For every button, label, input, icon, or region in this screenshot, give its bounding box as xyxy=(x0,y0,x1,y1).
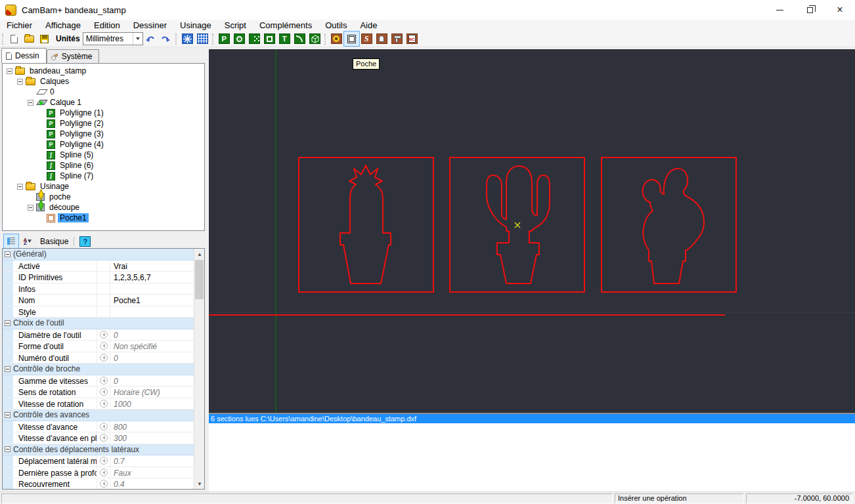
draw-arc-button[interactable] xyxy=(292,32,307,46)
scroll-down-icon[interactable]: ▼ xyxy=(194,478,205,489)
tree-item-polyligne-3-[interactable]: PPolyligne (3) xyxy=(3,129,204,139)
mach-contour-button[interactable] xyxy=(329,32,344,46)
collapse-icon[interactable] xyxy=(28,205,33,211)
draw-rectangle-button[interactable] xyxy=(262,32,277,46)
mach-engrave-button[interactable]: S xyxy=(359,32,374,46)
property-category[interactable]: Choix de l'outil xyxy=(3,318,194,329)
tree-item-calque-1[interactable]: Calque 1 xyxy=(3,97,204,108)
tree-item-spline-5-[interactable]: ∫Spline (5) xyxy=(3,150,204,160)
menu-dessiner[interactable]: Dessiner xyxy=(127,20,173,31)
inherit-value-icon[interactable] xyxy=(100,388,108,396)
inherit-value-icon[interactable] xyxy=(100,354,108,362)
property-row[interactable]: Infos xyxy=(3,284,194,295)
tree-item-spline-6-[interactable]: ∫Spline (6) xyxy=(3,160,204,171)
property-row[interactable]: ActivéVrai xyxy=(3,261,194,272)
units-combobox[interactable]: Millimètres xyxy=(83,32,143,45)
property-value[interactable]: 300 xyxy=(110,432,194,444)
inherit-value-icon[interactable] xyxy=(100,400,108,408)
tree-item-usinage[interactable]: Usinage xyxy=(3,181,204,192)
restore-button[interactable] xyxy=(795,0,825,20)
collapse-icon[interactable] xyxy=(5,412,11,418)
collapse-icon[interactable] xyxy=(5,446,11,452)
property-category[interactable]: Contrôle de broche xyxy=(3,364,194,375)
property-category[interactable]: (Général) xyxy=(3,249,194,261)
menu-fichier[interactable]: Fichier xyxy=(0,20,39,31)
property-row[interactable]: Style xyxy=(3,306,194,318)
log-selected-line[interactable]: 6 sections lues C:\Users\amandine\Deskto… xyxy=(209,414,855,423)
property-row[interactable]: Numéro d'outil0 xyxy=(3,352,194,364)
collapse-icon[interactable] xyxy=(5,251,11,257)
scroll-up-icon[interactable]: ▲ xyxy=(194,249,205,259)
new-file-button[interactable] xyxy=(7,32,22,46)
categorized-view-button[interactable] xyxy=(4,234,18,248)
property-row[interactable]: Recouvrement0.4 xyxy=(3,478,194,490)
tree-item-bandeau-stamp[interactable]: bandeau_stamp xyxy=(3,66,204,76)
open-file-button[interactable] xyxy=(22,32,37,46)
property-value[interactable]: Vrai xyxy=(110,261,194,272)
tree-item-calques[interactable]: Calques xyxy=(3,76,204,87)
mach-pocket-button[interactable] xyxy=(344,32,359,46)
property-row[interactable]: Dernière passe à profondeFaux xyxy=(3,467,194,479)
menu-complements[interactable]: Compléments xyxy=(253,20,318,31)
property-category[interactable]: Contrôle des déplacements latéraux xyxy=(3,444,194,456)
property-row[interactable]: Forme d'outilNon spécifié xyxy=(3,341,194,352)
inherit-value-icon[interactable] xyxy=(100,331,108,339)
collapse-icon[interactable] xyxy=(17,184,23,190)
collapse-icon[interactable] xyxy=(7,68,12,74)
property-row[interactable]: ID Primitives1,2,3,5,6,7 xyxy=(3,272,194,284)
inherit-value-icon[interactable] xyxy=(100,342,108,350)
property-value[interactable]: 0 xyxy=(110,352,194,364)
mach-gcode-button[interactable]: NC xyxy=(405,32,420,46)
property-value[interactable] xyxy=(110,306,194,318)
property-row[interactable]: Vitesse d'avance800 xyxy=(3,421,194,433)
redo-button[interactable] xyxy=(158,32,173,46)
draw-surface-button[interactable] xyxy=(307,32,322,46)
property-value[interactable]: 0 xyxy=(110,375,194,387)
mach-drill-button[interactable] xyxy=(374,32,389,46)
property-value[interactable]: 0.7 xyxy=(110,455,194,467)
log-area[interactable] xyxy=(209,423,855,492)
property-value[interactable]: Non spécifié xyxy=(110,341,194,352)
property-value[interactable]: 0 xyxy=(110,329,194,341)
property-value[interactable]: 1,2,3,5,6,7 xyxy=(110,272,194,283)
property-value[interactable]: Faux xyxy=(110,467,194,478)
draw-text-button[interactable]: T xyxy=(277,32,292,46)
menu-edition[interactable]: Edition xyxy=(87,20,127,31)
mach-profile3d-button[interactable] xyxy=(389,32,405,46)
tree-item-polyligne-1-[interactable]: PPolyligne (1) xyxy=(3,108,204,118)
draw-circle-button[interactable] xyxy=(232,32,247,46)
units-dropdown-button[interactable] xyxy=(133,33,142,45)
draw-polyline-button[interactable]: P xyxy=(217,32,232,46)
menu-aide[interactable]: Aide xyxy=(353,20,384,31)
inherit-value-icon[interactable] xyxy=(100,480,108,488)
property-grid-scrollbar[interactable]: ▲ ▼ xyxy=(194,249,204,489)
property-row[interactable]: Diamètre de l'outil0 xyxy=(3,329,194,341)
tree-item-poche1[interactable]: Poche1 xyxy=(3,213,204,223)
tree-item-polyligne-2-[interactable]: PPolyligne (2) xyxy=(3,118,204,129)
menu-usinage[interactable]: Usinage xyxy=(173,20,218,31)
property-value[interactable]: 800 xyxy=(110,421,194,432)
tree-item-poche[interactable]: poche xyxy=(3,192,204,202)
undo-button[interactable] xyxy=(143,32,158,46)
property-value[interactable]: 0.4 xyxy=(110,478,194,490)
save-button[interactable] xyxy=(37,32,52,46)
snap-axis-button[interactable] xyxy=(180,32,195,46)
property-row[interactable]: NomPoche1 xyxy=(3,295,194,306)
collapse-icon[interactable] xyxy=(5,320,11,326)
menu-script[interactable]: Script xyxy=(218,20,253,31)
minimize-button[interactable] xyxy=(764,0,795,20)
inherit-value-icon[interactable] xyxy=(100,423,108,430)
menu-affichage[interactable]: Affichage xyxy=(39,20,87,31)
inherit-value-icon[interactable] xyxy=(100,377,108,385)
property-row[interactable]: Déplacement latéral maxi0.7 xyxy=(3,455,194,467)
drawing-canvas[interactable]: Poche xyxy=(209,49,855,413)
inherit-value-icon[interactable] xyxy=(100,434,108,442)
close-button[interactable]: × xyxy=(825,0,855,20)
collapse-icon[interactable] xyxy=(5,366,11,372)
property-value[interactable]: Poche1 xyxy=(110,295,194,306)
draw-points-button[interactable] xyxy=(247,32,262,46)
property-value[interactable] xyxy=(110,284,194,295)
menu-outils[interactable]: Outils xyxy=(318,20,353,31)
property-row[interactable]: Vitesse d'avance en plong300 xyxy=(3,432,194,444)
property-row[interactable]: Sens de rotationHoraire (CW) xyxy=(3,387,194,398)
